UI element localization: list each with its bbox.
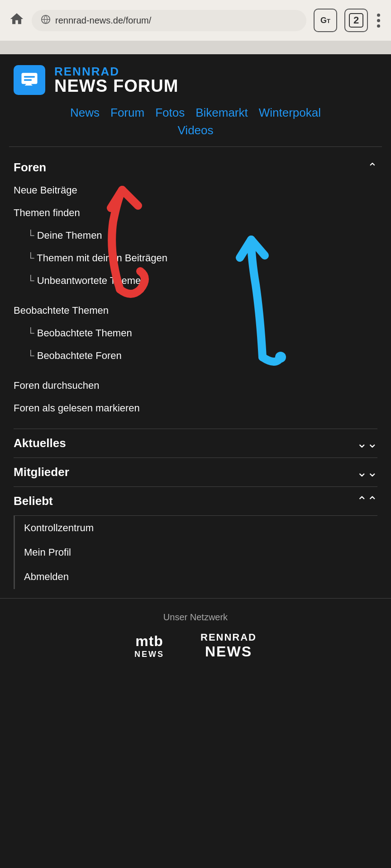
gray-separator	[0, 41, 391, 54]
footer-logos: mtb NEWS RENNRAD NEWS	[14, 632, 377, 660]
aktuelles-row: Aktuelles ⌄⌄	[14, 429, 377, 458]
beliebt-row: Beliebt ⌃⌃	[14, 487, 377, 516]
mitglieder-section: Mitglieder ⌄⌄	[0, 458, 391, 487]
mtb-news-text: NEWS	[134, 650, 164, 659]
beliebt-collapse-button[interactable]: ⌃⌃	[357, 495, 377, 508]
logo-news: NEWS	[54, 77, 108, 94]
url-bar[interactable]: rennrad-news.de/forum/	[32, 10, 306, 31]
abmelden-item[interactable]: Abmelden	[24, 565, 377, 589]
more-menu-button[interactable]	[375, 12, 382, 29]
nav-forum[interactable]: Forum	[110, 106, 144, 120]
svg-rect-1	[22, 73, 38, 84]
logo-forum: FORUM	[113, 77, 178, 94]
home-icon[interactable]	[9, 11, 24, 30]
foren-title: Foren	[14, 160, 46, 175]
rennrad-footer-text: RENNRAD	[200, 632, 257, 643]
tabs-button[interactable]: 2	[344, 9, 368, 32]
site-footer: Unser Netzwerk mtb NEWS RENNRAD NEWS	[0, 598, 391, 674]
mitglieder-expand-button[interactable]: ⌄⌄	[357, 466, 377, 479]
nav-news[interactable]: News	[70, 106, 100, 120]
mein-profil-item[interactable]: Mein Profil	[24, 540, 377, 565]
beobachtete-foren-item[interactable]: Beobachtete Foren	[14, 344, 377, 367]
site-nav: News Forum Fotos Bikemarkt Winterpokal V…	[0, 106, 391, 146]
unbeantwortete-themen-item[interactable]: Unbeantwortete Themen	[14, 269, 377, 292]
site-content: RENNRAD NEWS FORUM News Forum Fotos Bike…	[0, 54, 391, 868]
aktuelles-section: Aktuelles ⌄⌄	[0, 429, 391, 458]
url-bar-icon	[41, 14, 51, 27]
svg-rect-2	[24, 76, 35, 78]
rennrad-news-footer-text: NEWS	[205, 643, 252, 660]
footer-rennrad-logo: RENNRAD NEWS	[200, 632, 257, 660]
foren-section-header: Foren ⌃	[14, 156, 377, 179]
logo-rennrad: RENNRAD	[54, 66, 178, 77]
mtb-text: mtb	[135, 633, 163, 650]
nav-winterpokal[interactable]: Winterpokal	[259, 106, 321, 120]
beobachtete-themen-item[interactable]: Beobachtete Themen	[14, 322, 377, 344]
svg-rect-3	[24, 79, 32, 81]
themen-mit-beitraegen-item[interactable]: Themen mit deinen Beiträgen	[14, 247, 377, 269]
browser-chrome: rennrad-news.de/forum/ GT 2	[0, 0, 391, 41]
beliebt-items-list: Kontrollzentrum Mein Profil Abmelden	[14, 516, 377, 589]
beliebt-label[interactable]: Beliebt	[14, 494, 53, 508]
beliebt-section: Beliebt ⌃⌃ Kontrollzentrum Mein Profil A…	[0, 487, 391, 589]
nav-fotos[interactable]: Fotos	[155, 106, 185, 120]
site-logo: RENNRAD NEWS FORUM	[54, 66, 178, 94]
deine-themen-item[interactable]: Deine Themen	[14, 224, 377, 247]
aktuelles-label[interactable]: Aktuelles	[14, 436, 66, 450]
nav-bikemarkt[interactable]: Bikemarkt	[196, 106, 248, 120]
neue-beitraege-item[interactable]: Neue Beiträge	[14, 179, 377, 202]
aktuelles-expand-button[interactable]: ⌄⌄	[357, 437, 377, 450]
mitglieder-label[interactable]: Mitglieder	[14, 465, 69, 479]
footer-network-label: Unser Netzwerk	[14, 612, 377, 623]
mitglieder-row: Mitglieder ⌄⌄	[14, 458, 377, 487]
foren-section: Foren ⌃ Neue Beiträge Themen finden Dein…	[0, 147, 391, 429]
themen-finden-item[interactable]: Themen finden	[14, 202, 377, 224]
chat-icon	[14, 65, 45, 95]
tabs-count: 2	[349, 13, 363, 28]
footer-mtb-logo: mtb NEWS	[134, 633, 164, 659]
foren-durchsuchen-item[interactable]: Foren durchsuchen	[14, 374, 377, 397]
translate-button[interactable]: GT	[314, 9, 337, 32]
kontrollzentrum-item[interactable]: Kontrollzentrum	[24, 516, 377, 540]
foren-collapse-button[interactable]: ⌃	[367, 160, 377, 175]
url-text: rennrad-news.de/forum/	[55, 15, 151, 26]
beobachtete-themen-group[interactable]: Beobachtete Themen	[14, 299, 377, 322]
nav-videos[interactable]: Videos	[9, 123, 382, 137]
site-header: RENNRAD NEWS FORUM	[0, 54, 391, 106]
foren-gelesen-item[interactable]: Foren als gelesen markieren	[14, 397, 377, 420]
